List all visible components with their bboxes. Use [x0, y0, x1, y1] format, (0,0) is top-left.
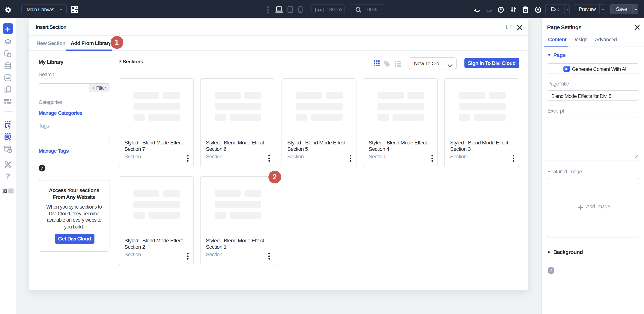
- svg-text:AI: AI: [565, 67, 568, 71]
